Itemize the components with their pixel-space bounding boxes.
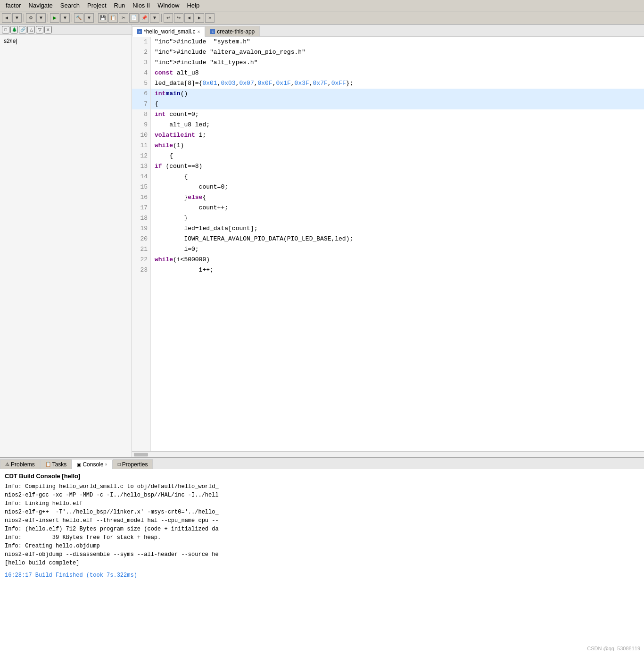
code-line-9[interactable]: alt_u8 led; (151, 120, 644, 130)
code-content[interactable]: "inc">#include "system.h""inc">#include … (151, 37, 644, 451)
code-line-3[interactable]: "inc">#include "alt_types.h" (151, 58, 644, 68)
toolbar-dropdown2-btn[interactable]: ▼ (36, 13, 46, 23)
toolbar-prev-btn[interactable]: ◄ (184, 13, 194, 23)
tab-hello-close[interactable]: × (197, 29, 200, 34)
line-number-23: 23 (132, 265, 150, 275)
code-line-12[interactable]: { (151, 151, 644, 161)
sidebar-close-btn[interactable]: ✕ (44, 26, 52, 33)
tab-create-app[interactable]: c create-this-app (205, 26, 260, 36)
code-line-13[interactable]: if (count==8) (151, 161, 644, 172)
code-line-15[interactable]: count=0; (151, 182, 644, 192)
code-line-4[interactable]: const alt_u8 (151, 68, 644, 78)
code-line-17[interactable]: count++; (151, 203, 644, 213)
line-number-15: 15 (132, 182, 150, 192)
code-line-1[interactable]: "inc">#include "system.h" (151, 37, 644, 47)
toolbar-save2-btn[interactable]: 📋 (108, 13, 118, 23)
line-number-19: 19 (132, 224, 150, 234)
console-line: Info: 39 KBytes free for stack + heap. (5, 533, 639, 542)
sidebar-toolbar: □ 🌲 🔗 △ ▽ ✕ (0, 25, 132, 35)
toolbar-dropdown4-btn[interactable]: ▼ (84, 13, 94, 23)
console-line: Info: Creating hello.objdump (5, 542, 639, 550)
menu-project[interactable]: Project (83, 1, 110, 10)
code-line-5[interactable]: led_data[8]={0x01,0x03,0x07,0x0F,0x1F,0x… (151, 78, 644, 89)
panel-tab-problems-label: Problems (11, 461, 35, 468)
ide-body: □ 🌲 🔗 △ ▽ ✕ s2/le] c *hello_world_small.… (0, 25, 644, 457)
sidebar-up-btn[interactable]: △ (27, 26, 35, 33)
code-line-22[interactable]: while(i<500000) (151, 255, 644, 265)
tab-create-icon: c (210, 29, 215, 34)
console-lines: Info: Compiling hello_world_small.c to o… (5, 482, 639, 567)
line-number-21: 21 (132, 244, 150, 255)
console-line: Info: Linking hello.elf (5, 499, 639, 508)
code-line-11[interactable]: while(1) (151, 141, 644, 151)
panel-tab-console[interactable]: ▣ Console × (72, 460, 112, 469)
tasks-icon: 📋 (45, 462, 51, 467)
toolbar-dropdown-btn[interactable]: ▼ (12, 13, 22, 23)
line-number-10: 10 (132, 130, 150, 141)
code-line-18[interactable]: } (151, 213, 644, 224)
sidebar-tree-btn[interactable]: 🌲 (10, 26, 18, 33)
h-scroll[interactable] (132, 451, 644, 457)
sidebar-down-btn[interactable]: ▽ (36, 26, 43, 33)
console-title: CDT Build Console [hello] (5, 472, 639, 481)
code-editor[interactable]: 1234567891011121314151617181920212223 "i… (132, 37, 644, 451)
panel-tab-tasks[interactable]: 📋 Tasks (40, 459, 72, 469)
code-line-20[interactable]: IOWR_ALTERA_AVALON_PIO_DATA(PIO_LED_BASE… (151, 234, 644, 244)
code-line-14[interactable]: { (151, 172, 644, 182)
toolbar-build-btn[interactable]: 🔨 (74, 13, 83, 23)
line-number-6: 6 (132, 89, 150, 99)
console-close-icon[interactable]: × (105, 462, 107, 467)
toolbar-save-btn[interactable]: 💾 (98, 13, 107, 23)
toolbar-redo-btn[interactable]: ↪ (174, 13, 183, 23)
toolbar-paste-btn[interactable]: 📌 (140, 13, 149, 23)
toolbar-more-btn[interactable]: » (205, 13, 215, 23)
menu-nios2[interactable]: Nios II (129, 1, 154, 10)
line-number-14: 14 (132, 172, 150, 182)
sidebar-content: s2/le] (0, 35, 132, 457)
code-line-6[interactable]: int main() (151, 89, 644, 99)
code-line-2[interactable]: "inc">#include "altera_avalon_pio_regs.h… (151, 47, 644, 58)
console-line: nios2-elf-gcc -xc -MP -MMD -c -I../hello… (5, 491, 639, 499)
line-number-13: 13 (132, 161, 150, 172)
editor-area: c *hello_world_small.c × c create-this-a… (132, 25, 644, 457)
console-icon: ▣ (77, 462, 81, 467)
menu-search[interactable]: Search (57, 1, 83, 10)
toolbar-copy-btn[interactable]: 📄 (129, 13, 139, 23)
toolbar-undo-btn[interactable]: ↩ (164, 13, 173, 23)
console-timestamp: 16:28:17 Build Finished (took 7s.322ms) (5, 571, 639, 580)
menu-window[interactable]: Window (154, 1, 183, 10)
toolbar-dropdown5-btn[interactable]: ▼ (150, 13, 159, 23)
toolbar-cut-btn[interactable]: ✂ (119, 13, 128, 23)
menu-help[interactable]: Help (183, 1, 203, 10)
menu-factor[interactable]: factor (2, 1, 25, 10)
code-line-10[interactable]: volatile int i; (151, 130, 644, 141)
sidebar-link-btn[interactable]: 🔗 (19, 26, 26, 33)
console-line: Info: (hello.elf) 712 Bytes program size… (5, 525, 639, 533)
toolbar-back-btn[interactable]: ◄ (2, 13, 11, 23)
panel-tab-properties[interactable]: □ Properties (113, 459, 153, 469)
toolbar: ◄ ▼ ⚙ ▼ ▶ ▼ 🔨 ▼ 💾 📋 ✂ 📄 📌 ▼ ↩ ↪ ◄ ► » (0, 11, 644, 25)
sidebar-item-s2le[interactable]: s2/le] (2, 37, 130, 45)
code-line-7[interactable]: { (151, 99, 644, 109)
line-number-5: 5 (132, 78, 150, 89)
toolbar-gear-btn[interactable]: ⚙ (26, 13, 35, 23)
line-number-4: 4 (132, 68, 150, 78)
toolbar-dropdown3-btn[interactable]: ▼ (60, 13, 70, 23)
line-number-9: 9 (132, 120, 150, 130)
toolbar-run-btn[interactable]: ▶ (50, 13, 59, 23)
code-line-8[interactable]: int count=0; (151, 109, 644, 120)
line-number-11: 11 (132, 141, 150, 151)
console-area: CDT Build Console [hello] Info: Compilin… (0, 469, 644, 655)
menu-navigate[interactable]: Navigate (25, 1, 57, 10)
toolbar-next-btn[interactable]: ► (195, 13, 204, 23)
menu-run[interactable]: Run (110, 1, 129, 10)
code-line-21[interactable]: i=0; (151, 244, 644, 255)
panel-tab-problems[interactable]: ⚠ Problems (0, 459, 40, 469)
code-line-23[interactable]: i++; (151, 265, 644, 275)
line-number-22: 22 (132, 255, 150, 265)
code-line-19[interactable]: led=led_data[count]; (151, 224, 644, 234)
code-line-16[interactable]: }else{ (151, 192, 644, 203)
sidebar-collapse-btn[interactable]: □ (2, 26, 9, 33)
tab-hello-world[interactable]: c *hello_world_small.c × (132, 26, 205, 37)
h-scroll-thumb[interactable] (134, 453, 148, 456)
